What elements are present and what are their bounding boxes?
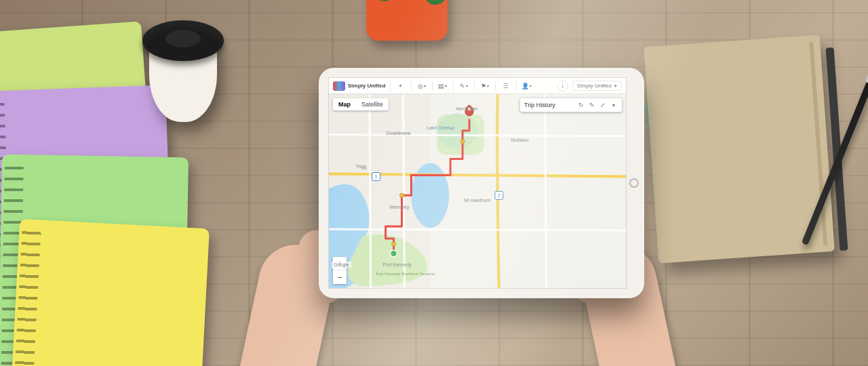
svg-point-9 [460, 140, 465, 144]
svg-rect-0 [329, 94, 626, 289]
trip-history-panel: Trip History ↻ ✎ ⤢ ▾ [520, 98, 622, 112]
notebook-beige [644, 35, 835, 263]
label-herdsman: Herdsman [456, 106, 477, 111]
app-topbar: Simply Unified ＋ ◎▾ ▤▾ ✎▾ ⚑▾ ☰ 👤▾ i Simp… [329, 78, 626, 94]
svg-rect-10 [372, 172, 380, 180]
layers-icon[interactable]: ▤▾ [437, 80, 449, 92]
notebook-green [0, 21, 157, 263]
history-icon[interactable]: ↻ [577, 101, 585, 109]
settings-icon[interactable]: ✎ [588, 101, 596, 109]
expand-icon[interactable]: ⤢ [599, 101, 607, 109]
svg-rect-12 [495, 191, 503, 199]
svg-point-7 [392, 242, 396, 246]
svg-point-5 [391, 250, 397, 257]
chevron-down-icon: ▾ [614, 83, 617, 89]
list-icon[interactable]: ☰ [500, 80, 512, 92]
coffee-cup [136, 14, 231, 108]
svg-text:2: 2 [498, 193, 500, 198]
label-wembley: Wembley [390, 205, 410, 210]
label-port-kennedy: Port Kennedy [383, 262, 412, 268]
zoom-control: + − [333, 257, 347, 284]
hand-left [236, 238, 340, 366]
hand-right [575, 238, 679, 366]
ruler-icon[interactable]: ✎▾ [458, 80, 470, 92]
add-icon[interactable]: ＋ [395, 80, 407, 92]
label-lake-gwelup: Lake Gwelup [427, 125, 454, 131]
svg-point-8 [400, 193, 404, 197]
logo-text: Simply Unified [348, 83, 386, 89]
user-icon[interactable]: 👤▾ [521, 80, 533, 92]
account-label: Simply Unified [577, 83, 612, 89]
svg-text:1: 1 [375, 174, 378, 179]
label-mullaloo: Mullaloo [511, 138, 529, 142]
flag-icon[interactable]: ⚑▾ [479, 80, 491, 92]
svg-point-2 [411, 163, 449, 228]
map-area[interactable]: 1 2 Herdsman Lake Gwelup Doubleview Wemb… [329, 94, 626, 288]
target-icon[interactable]: ◎▾ [416, 80, 428, 92]
notebook-yellow [7, 219, 210, 366]
notepad-teal [646, 87, 805, 204]
notebook-purple [0, 85, 174, 328]
svg-point-3 [437, 114, 477, 149]
info-icon[interactable]: i [557, 81, 568, 92]
logo-icon [333, 81, 345, 91]
pen [802, 80, 868, 246]
notebook-band [826, 47, 848, 251]
label-doubleview: Doubleview [387, 131, 412, 136]
svg-rect-4 [437, 115, 484, 155]
map-attribution: Google [332, 262, 351, 268]
desk-scene: Simply Unified ＋ ◎▾ ▤▾ ✎▾ ⚑▾ ☰ 👤▾ i Simp… [0, 0, 868, 366]
account-menu[interactable]: Simply Unified ▾ [572, 81, 622, 91]
app-screen: Simply Unified ＋ ◎▾ ▤▾ ✎▾ ⚑▾ ☰ 👤▾ i Simp… [328, 77, 627, 289]
label-mt-hawthorn: Mt Hawthorn [464, 198, 491, 203]
notebook-lightgreen [0, 155, 189, 366]
map-canvas[interactable]: 1 2 Herdsman Lake Gwelup Doubleview Wemb… [329, 94, 626, 289]
label-bushpark: Port Kennedy Bushland Reserve [376, 272, 435, 276]
zoom-out-button[interactable]: − [333, 270, 347, 284]
tablet-device: Simply Unified ＋ ◎▾ ▤▾ ✎▾ ⚑▾ ☰ 👤▾ i Simp… [319, 68, 644, 298]
home-button[interactable] [629, 178, 639, 188]
label-trigg: Trigg [356, 164, 367, 169]
plant-pot [366, 0, 448, 41]
panel-title: Trip History [524, 102, 574, 108]
app-logo[interactable]: Simply Unified [333, 81, 391, 91]
map-tab-map[interactable]: Map [333, 98, 356, 110]
map-type-toggle: Map Satellite [333, 98, 389, 110]
plant [372, 0, 442, 1]
chevron-down-icon[interactable]: ▾ [610, 101, 618, 109]
svg-point-6 [468, 108, 471, 111]
map-tab-satellite[interactable]: Satellite [356, 98, 389, 110]
